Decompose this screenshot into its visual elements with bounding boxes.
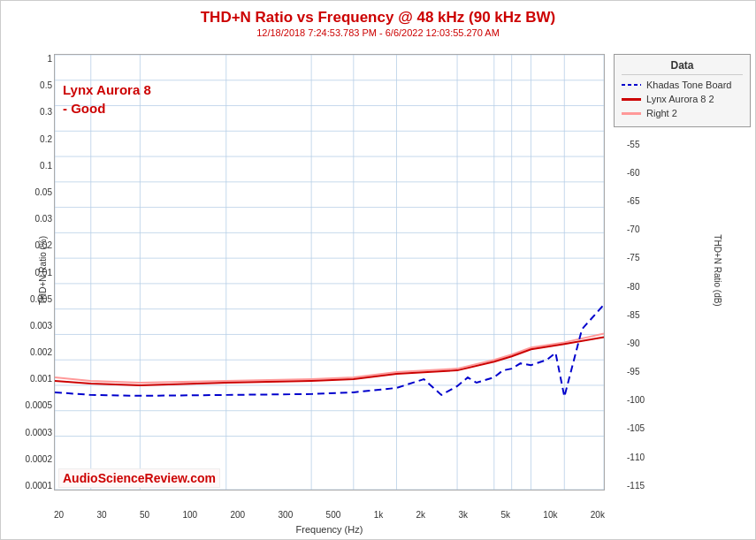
y-right-label: -55 bbox=[627, 140, 639, 149]
legend-color-right2 bbox=[622, 112, 641, 115]
x-label: 3k bbox=[458, 510, 468, 520]
y-left-label: 0.03 bbox=[35, 214, 52, 224]
chart-container: THD+N Ratio vs Frequency @ 48 kHz (90 kH… bbox=[0, 0, 756, 540]
chart-inner bbox=[55, 55, 604, 490]
chart-annotation: Lynx Aurora 8 - Good bbox=[63, 80, 151, 118]
chart-title: THD+N Ratio vs Frequency @ 48 kHz (90 kH… bbox=[1, 1, 755, 27]
y-left-label: 0.05 bbox=[35, 187, 52, 197]
legend-item-lynx: Lynx Aurora 8 2 bbox=[622, 94, 743, 104]
y-right-label: -95 bbox=[627, 367, 639, 376]
y-right-label: -100 bbox=[627, 395, 645, 405]
y-right-label: -90 bbox=[627, 338, 639, 348]
y-left-label: 0.0005 bbox=[25, 400, 52, 410]
chart-subtitle: 12/18/2018 7:24:53.783 PM - 6/6/2022 12:… bbox=[1, 27, 755, 38]
y-left-label: 0.001 bbox=[30, 374, 52, 384]
x-label: 30 bbox=[96, 510, 106, 520]
x-label: 20k bbox=[591, 510, 605, 520]
y-left-label: 0.5 bbox=[40, 80, 52, 90]
y-right-label: -75 bbox=[627, 253, 639, 262]
x-label: 100 bbox=[182, 510, 197, 520]
legend-color-khadas bbox=[622, 84, 641, 86]
legend-item-khadas: Khadas Tone Board bbox=[622, 80, 743, 90]
y-right-label: -115 bbox=[627, 481, 645, 491]
legend: Data Khadas Tone Board Lynx Aurora 8 2 R… bbox=[614, 54, 751, 127]
legend-item-right2: Right 2 bbox=[622, 108, 743, 118]
x-label: 50 bbox=[140, 510, 149, 520]
y-right-label: -60 bbox=[627, 168, 639, 178]
watermark: AudioScienceReview.com bbox=[58, 468, 220, 488]
x-label: 200 bbox=[231, 510, 246, 520]
x-axis-title: Frequency (Hz) bbox=[54, 524, 605, 535]
y-left-label: 0.1 bbox=[40, 161, 52, 171]
y-left-label: 0.003 bbox=[30, 321, 52, 331]
y-right-label: -105 bbox=[627, 423, 645, 433]
x-label: 5k bbox=[500, 510, 510, 520]
x-label: 1k bbox=[374, 510, 384, 520]
y-axis-title-right: THD+N Ratio (dB) bbox=[713, 234, 722, 306]
y-axis-title-left: THD+N Ratio (%) bbox=[38, 235, 48, 304]
y-left-label: 0.002 bbox=[30, 347, 52, 357]
legend-color-lynx bbox=[622, 98, 641, 101]
chart-svg bbox=[55, 55, 604, 490]
y-left-label: 0.0003 bbox=[25, 428, 52, 437]
y-left-label: 0.0002 bbox=[25, 454, 52, 464]
y-right-label: -70 bbox=[627, 224, 639, 234]
x-label: 10k bbox=[543, 510, 557, 520]
y-left-label: 1 bbox=[47, 54, 52, 64]
x-label: 500 bbox=[326, 510, 341, 520]
legend-label-khadas: Khadas Tone Board bbox=[646, 80, 731, 90]
x-axis: 20 30 50 100 200 300 500 1k 2k 3k 5k 10k… bbox=[54, 510, 605, 520]
y-left-label: 0.2 bbox=[40, 134, 52, 144]
y-left-label: 0.0001 bbox=[25, 481, 52, 491]
y-left-label: 0.3 bbox=[40, 107, 52, 117]
x-label: 20 bbox=[54, 510, 64, 520]
legend-label-right2: Right 2 bbox=[646, 108, 677, 118]
chart-area bbox=[54, 54, 605, 491]
x-label: 300 bbox=[279, 510, 294, 520]
y-right-label: -80 bbox=[627, 282, 639, 292]
y-right-label: -85 bbox=[627, 310, 639, 320]
y-right-label: -110 bbox=[627, 453, 645, 462]
x-label: 2k bbox=[416, 510, 426, 520]
y-right-label: -65 bbox=[627, 196, 639, 206]
legend-label-lynx: Lynx Aurora 8 2 bbox=[646, 94, 714, 104]
legend-title: Data bbox=[622, 59, 743, 75]
